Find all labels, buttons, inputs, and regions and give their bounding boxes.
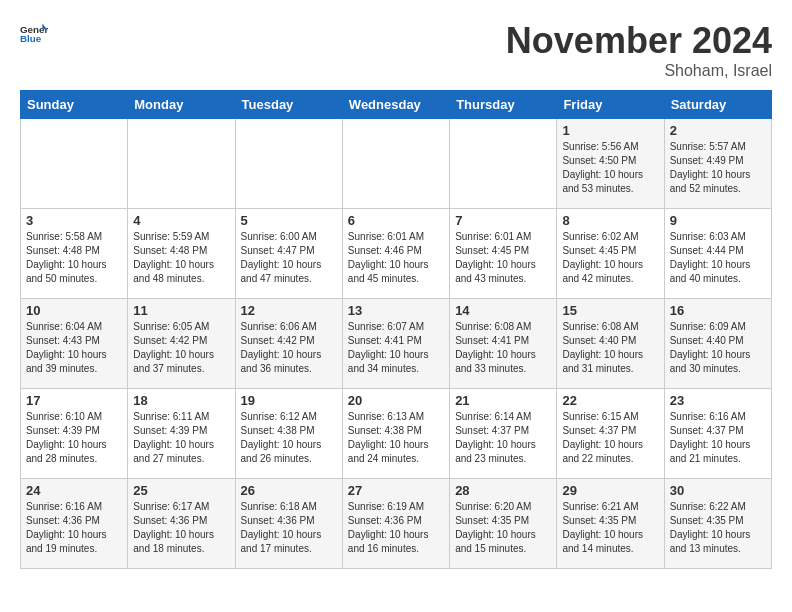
calendar-cell: 1Sunrise: 5:56 AM Sunset: 4:50 PM Daylig… bbox=[557, 119, 664, 209]
day-info: Sunrise: 6:19 AM Sunset: 4:36 PM Dayligh… bbox=[348, 500, 444, 556]
calendar-table: SundayMondayTuesdayWednesdayThursdayFrid… bbox=[20, 90, 772, 569]
calendar-row: 17Sunrise: 6:10 AM Sunset: 4:39 PM Dayli… bbox=[21, 389, 772, 479]
day-number: 1 bbox=[562, 123, 658, 138]
day-info: Sunrise: 6:20 AM Sunset: 4:35 PM Dayligh… bbox=[455, 500, 551, 556]
day-info: Sunrise: 6:15 AM Sunset: 4:37 PM Dayligh… bbox=[562, 410, 658, 466]
day-number: 21 bbox=[455, 393, 551, 408]
day-number: 22 bbox=[562, 393, 658, 408]
calendar-cell: 4Sunrise: 5:59 AM Sunset: 4:48 PM Daylig… bbox=[128, 209, 235, 299]
day-info: Sunrise: 6:12 AM Sunset: 4:38 PM Dayligh… bbox=[241, 410, 337, 466]
day-number: 20 bbox=[348, 393, 444, 408]
day-number: 10 bbox=[26, 303, 122, 318]
day-info: Sunrise: 6:10 AM Sunset: 4:39 PM Dayligh… bbox=[26, 410, 122, 466]
day-info: Sunrise: 6:16 AM Sunset: 4:37 PM Dayligh… bbox=[670, 410, 766, 466]
day-number: 5 bbox=[241, 213, 337, 228]
day-number: 15 bbox=[562, 303, 658, 318]
weekday-header-thursday: Thursday bbox=[450, 91, 557, 119]
calendar-cell: 16Sunrise: 6:09 AM Sunset: 4:40 PM Dayli… bbox=[664, 299, 771, 389]
calendar-cell: 25Sunrise: 6:17 AM Sunset: 4:36 PM Dayli… bbox=[128, 479, 235, 569]
calendar-cell: 23Sunrise: 6:16 AM Sunset: 4:37 PM Dayli… bbox=[664, 389, 771, 479]
day-info: Sunrise: 6:17 AM Sunset: 4:36 PM Dayligh… bbox=[133, 500, 229, 556]
calendar-row: 10Sunrise: 6:04 AM Sunset: 4:43 PM Dayli… bbox=[21, 299, 772, 389]
day-number: 14 bbox=[455, 303, 551, 318]
location-title: Shoham, Israel bbox=[506, 62, 772, 80]
calendar-cell: 5Sunrise: 6:00 AM Sunset: 4:47 PM Daylig… bbox=[235, 209, 342, 299]
calendar-cell: 9Sunrise: 6:03 AM Sunset: 4:44 PM Daylig… bbox=[664, 209, 771, 299]
day-number: 26 bbox=[241, 483, 337, 498]
calendar-cell: 27Sunrise: 6:19 AM Sunset: 4:36 PM Dayli… bbox=[342, 479, 449, 569]
day-number: 6 bbox=[348, 213, 444, 228]
day-info: Sunrise: 5:57 AM Sunset: 4:49 PM Dayligh… bbox=[670, 140, 766, 196]
day-number: 8 bbox=[562, 213, 658, 228]
day-info: Sunrise: 6:18 AM Sunset: 4:36 PM Dayligh… bbox=[241, 500, 337, 556]
weekday-header-tuesday: Tuesday bbox=[235, 91, 342, 119]
calendar-row: 24Sunrise: 6:16 AM Sunset: 4:36 PM Dayli… bbox=[21, 479, 772, 569]
day-number: 2 bbox=[670, 123, 766, 138]
day-info: Sunrise: 5:58 AM Sunset: 4:48 PM Dayligh… bbox=[26, 230, 122, 286]
day-info: Sunrise: 6:04 AM Sunset: 4:43 PM Dayligh… bbox=[26, 320, 122, 376]
logo-icon: General Blue bbox=[20, 20, 48, 48]
calendar-cell: 3Sunrise: 5:58 AM Sunset: 4:48 PM Daylig… bbox=[21, 209, 128, 299]
calendar-cell: 7Sunrise: 6:01 AM Sunset: 4:45 PM Daylig… bbox=[450, 209, 557, 299]
weekday-header-monday: Monday bbox=[128, 91, 235, 119]
day-number: 9 bbox=[670, 213, 766, 228]
calendar-cell bbox=[128, 119, 235, 209]
day-info: Sunrise: 5:56 AM Sunset: 4:50 PM Dayligh… bbox=[562, 140, 658, 196]
day-info: Sunrise: 6:06 AM Sunset: 4:42 PM Dayligh… bbox=[241, 320, 337, 376]
day-number: 13 bbox=[348, 303, 444, 318]
calendar-cell: 21Sunrise: 6:14 AM Sunset: 4:37 PM Dayli… bbox=[450, 389, 557, 479]
day-info: Sunrise: 6:13 AM Sunset: 4:38 PM Dayligh… bbox=[348, 410, 444, 466]
calendar-cell: 18Sunrise: 6:11 AM Sunset: 4:39 PM Dayli… bbox=[128, 389, 235, 479]
day-info: Sunrise: 6:08 AM Sunset: 4:40 PM Dayligh… bbox=[562, 320, 658, 376]
day-info: Sunrise: 6:21 AM Sunset: 4:35 PM Dayligh… bbox=[562, 500, 658, 556]
day-number: 12 bbox=[241, 303, 337, 318]
calendar-row: 3Sunrise: 5:58 AM Sunset: 4:48 PM Daylig… bbox=[21, 209, 772, 299]
day-info: Sunrise: 6:14 AM Sunset: 4:37 PM Dayligh… bbox=[455, 410, 551, 466]
day-number: 11 bbox=[133, 303, 229, 318]
day-number: 30 bbox=[670, 483, 766, 498]
calendar-cell bbox=[21, 119, 128, 209]
calendar-cell: 11Sunrise: 6:05 AM Sunset: 4:42 PM Dayli… bbox=[128, 299, 235, 389]
day-info: Sunrise: 6:01 AM Sunset: 4:45 PM Dayligh… bbox=[455, 230, 551, 286]
weekday-header-saturday: Saturday bbox=[664, 91, 771, 119]
day-number: 7 bbox=[455, 213, 551, 228]
title-block: November 2024 Shoham, Israel bbox=[506, 20, 772, 80]
calendar-cell: 14Sunrise: 6:08 AM Sunset: 4:41 PM Dayli… bbox=[450, 299, 557, 389]
calendar-cell: 24Sunrise: 6:16 AM Sunset: 4:36 PM Dayli… bbox=[21, 479, 128, 569]
day-info: Sunrise: 6:16 AM Sunset: 4:36 PM Dayligh… bbox=[26, 500, 122, 556]
calendar-cell: 30Sunrise: 6:22 AM Sunset: 4:35 PM Dayli… bbox=[664, 479, 771, 569]
calendar-cell: 6Sunrise: 6:01 AM Sunset: 4:46 PM Daylig… bbox=[342, 209, 449, 299]
day-info: Sunrise: 6:01 AM Sunset: 4:46 PM Dayligh… bbox=[348, 230, 444, 286]
calendar-cell: 15Sunrise: 6:08 AM Sunset: 4:40 PM Dayli… bbox=[557, 299, 664, 389]
day-info: Sunrise: 6:02 AM Sunset: 4:45 PM Dayligh… bbox=[562, 230, 658, 286]
day-number: 16 bbox=[670, 303, 766, 318]
day-number: 28 bbox=[455, 483, 551, 498]
day-number: 29 bbox=[562, 483, 658, 498]
day-number: 18 bbox=[133, 393, 229, 408]
svg-text:Blue: Blue bbox=[20, 33, 42, 44]
calendar-row: 1Sunrise: 5:56 AM Sunset: 4:50 PM Daylig… bbox=[21, 119, 772, 209]
calendar-cell: 17Sunrise: 6:10 AM Sunset: 4:39 PM Dayli… bbox=[21, 389, 128, 479]
day-number: 4 bbox=[133, 213, 229, 228]
calendar-cell: 8Sunrise: 6:02 AM Sunset: 4:45 PM Daylig… bbox=[557, 209, 664, 299]
calendar-cell: 22Sunrise: 6:15 AM Sunset: 4:37 PM Dayli… bbox=[557, 389, 664, 479]
day-number: 27 bbox=[348, 483, 444, 498]
weekday-header-wednesday: Wednesday bbox=[342, 91, 449, 119]
day-info: Sunrise: 5:59 AM Sunset: 4:48 PM Dayligh… bbox=[133, 230, 229, 286]
day-info: Sunrise: 6:11 AM Sunset: 4:39 PM Dayligh… bbox=[133, 410, 229, 466]
day-info: Sunrise: 6:08 AM Sunset: 4:41 PM Dayligh… bbox=[455, 320, 551, 376]
weekday-header-sunday: Sunday bbox=[21, 91, 128, 119]
calendar-cell: 2Sunrise: 5:57 AM Sunset: 4:49 PM Daylig… bbox=[664, 119, 771, 209]
calendar-cell: 29Sunrise: 6:21 AM Sunset: 4:35 PM Dayli… bbox=[557, 479, 664, 569]
page-header: General Blue November 2024 Shoham, Israe… bbox=[20, 20, 772, 80]
month-title: November 2024 bbox=[506, 20, 772, 62]
weekday-header-row: SundayMondayTuesdayWednesdayThursdayFrid… bbox=[21, 91, 772, 119]
day-info: Sunrise: 6:00 AM Sunset: 4:47 PM Dayligh… bbox=[241, 230, 337, 286]
day-number: 19 bbox=[241, 393, 337, 408]
day-info: Sunrise: 6:22 AM Sunset: 4:35 PM Dayligh… bbox=[670, 500, 766, 556]
calendar-cell: 10Sunrise: 6:04 AM Sunset: 4:43 PM Dayli… bbox=[21, 299, 128, 389]
calendar-cell: 12Sunrise: 6:06 AM Sunset: 4:42 PM Dayli… bbox=[235, 299, 342, 389]
day-info: Sunrise: 6:05 AM Sunset: 4:42 PM Dayligh… bbox=[133, 320, 229, 376]
calendar-cell bbox=[342, 119, 449, 209]
day-info: Sunrise: 6:03 AM Sunset: 4:44 PM Dayligh… bbox=[670, 230, 766, 286]
